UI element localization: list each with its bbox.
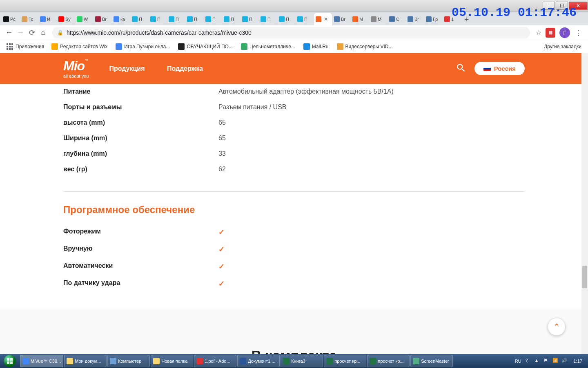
- browser-tab[interactable]: Br: [332, 13, 350, 25]
- browser-tab[interactable]: П: [149, 13, 167, 25]
- taskbar-app-icon: [240, 358, 246, 364]
- tab-label: Tc: [29, 17, 33, 22]
- search-icon[interactable]: [456, 63, 466, 75]
- taskbar-item[interactable]: 1.pdf - Ado...: [194, 355, 236, 367]
- svg-rect-8: [11, 48, 13, 50]
- browser-tab[interactable]: П: [167, 13, 185, 25]
- apps-button[interactable]: Приложения: [3, 42, 47, 52]
- browser-tab[interactable]: M: [369, 13, 387, 25]
- browser-tabs-bar: PcTcИSyWBrкaПППППППППП✕BrMMCBrГp1+: [0, 11, 588, 25]
- bookmark-item[interactable]: Редактор сайтов Wix: [48, 42, 111, 52]
- browser-tab[interactable]: П: [204, 13, 222, 25]
- tab-favicon: [426, 16, 432, 22]
- tab-favicon: [408, 16, 413, 22]
- browser-tab[interactable]: кa: [112, 13, 130, 25]
- tab-favicon: [205, 16, 211, 22]
- browser-tab[interactable]: П: [241, 13, 258, 25]
- scroll-to-top-button[interactable]: ⌃: [548, 318, 566, 336]
- tab-close-icon[interactable]: ✕: [324, 16, 328, 22]
- browser-tab[interactable]: П: [277, 13, 295, 25]
- software-label: Фоторежим: [63, 228, 218, 237]
- browser-tab[interactable]: W: [75, 13, 93, 25]
- bookmark-star-icon[interactable]: ☆: [533, 29, 544, 36]
- start-button[interactable]: [0, 354, 20, 368]
- browser-tab[interactable]: И: [38, 13, 56, 25]
- url-input[interactable]: 🔒 https://www.mio.com/ru/products/dash-c…: [52, 27, 530, 38]
- volume-icon[interactable]: 🔊: [561, 358, 568, 364]
- language-indicator[interactable]: RU: [513, 358, 523, 364]
- browser-tab[interactable]: Sy: [57, 13, 75, 25]
- bookmark-favicon: [51, 43, 58, 50]
- browser-tab[interactable]: C: [388, 13, 405, 25]
- taskbar-item[interactable]: просчет кр...: [324, 355, 366, 367]
- taskbar-item-label: Новая папка: [161, 359, 187, 364]
- browser-tab[interactable]: П: [259, 13, 277, 25]
- browser-tab[interactable]: П: [130, 13, 148, 25]
- spec-value: 65: [218, 119, 226, 126]
- window-close-button[interactable]: ✕: [569, 2, 588, 10]
- taskbar-item[interactable]: Мои докум...: [64, 355, 107, 367]
- window-titlebar: — ☐ ✕: [0, 0, 588, 11]
- software-label: По датчику удара: [63, 279, 218, 288]
- profile-avatar[interactable]: Г: [559, 27, 570, 38]
- bookmark-label: Видеосерверы VID...: [345, 44, 393, 49]
- bookmark-item[interactable]: ОБУЧАЮЩИЙ ПО...: [175, 42, 236, 52]
- spec-value: Разъем питания / USB: [218, 103, 287, 111]
- taskbar-item[interactable]: Документ1 ...: [237, 355, 280, 367]
- reload-button[interactable]: ⟳: [26, 27, 38, 38]
- tab-favicon: [444, 16, 450, 22]
- tray-icon[interactable]: ▲: [535, 358, 541, 364]
- scrollbar-track[interactable]: [581, 53, 588, 354]
- bookmark-label: Редактор сайтов Wix: [60, 44, 107, 49]
- bookmark-item[interactable]: Mail.Ru: [300, 42, 332, 52]
- browser-tab[interactable]: Tc: [20, 13, 38, 25]
- browser-tab[interactable]: Br: [94, 13, 111, 25]
- nav-products[interactable]: Продукция: [109, 65, 145, 72]
- window-maximize-button[interactable]: ☐: [556, 2, 568, 10]
- tab-label: П: [231, 17, 234, 22]
- bookmark-item[interactable]: Цельнометалличе...: [238, 42, 298, 52]
- help-icon[interactable]: ?: [526, 358, 532, 364]
- divider: [63, 191, 525, 192]
- browser-tab[interactable]: 1: [443, 13, 461, 25]
- browser-tab[interactable]: Br: [406, 13, 424, 25]
- other-bookmarks[interactable]: Другие закладки: [541, 42, 585, 51]
- browser-tab[interactable]: П: [222, 13, 240, 25]
- mio-logo[interactable]: Mio™ all about you: [63, 58, 89, 79]
- chrome-menu-button[interactable]: ⋮: [572, 28, 585, 37]
- flag-icon[interactable]: ⚑: [543, 358, 550, 364]
- forward-button[interactable]: →: [15, 27, 26, 38]
- bookmark-item[interactable]: Игра Пузыри онла...: [112, 42, 173, 52]
- network-icon[interactable]: 📶: [552, 358, 559, 364]
- home-button[interactable]: ⌂: [38, 27, 49, 38]
- taskbar-item[interactable]: MiVue™ C30...: [20, 355, 63, 367]
- scrollbar-thumb[interactable]: [582, 266, 587, 288]
- spec-row: ПитаниеАвтомобильный адаптер (эффективна…: [63, 84, 525, 99]
- browser-tab[interactable]: M: [351, 13, 369, 25]
- back-button[interactable]: ←: [3, 27, 15, 38]
- spec-label: высота (mm): [63, 119, 218, 126]
- taskbar-clock[interactable]: 1:17: [570, 359, 586, 364]
- software-row: По датчику удара✓: [63, 275, 525, 292]
- browser-tab[interactable]: Гp: [424, 13, 442, 25]
- window-minimize-button[interactable]: —: [543, 2, 555, 10]
- taskbar-item[interactable]: Книга3: [281, 355, 323, 367]
- browser-tab[interactable]: ✕: [314, 13, 332, 25]
- browser-tab[interactable]: П: [185, 13, 203, 25]
- lock-icon: 🔒: [57, 30, 63, 36]
- browser-tab[interactable]: П: [296, 13, 314, 25]
- extension-icon[interactable]: ▦: [546, 28, 555, 38]
- country-selector[interactable]: Россия: [474, 62, 525, 75]
- taskbar-item[interactable]: Новая папка: [151, 355, 193, 367]
- tab-label: П: [157, 17, 160, 22]
- bookmark-item[interactable]: Видеосерверы VID...: [334, 42, 396, 52]
- nav-support[interactable]: Поддержка: [167, 65, 203, 72]
- taskbar-item[interactable]: просчет кр...: [367, 355, 410, 367]
- taskbar-item[interactable]: Компьютер: [107, 355, 150, 367]
- taskbar-item-label: 1.pdf - Ado...: [205, 359, 230, 364]
- bookmarks-bar: Приложения Редактор сайтов WixИгра Пузыр…: [0, 40, 588, 53]
- new-tab-button[interactable]: +: [461, 14, 472, 25]
- taskbar-item[interactable]: ScreenMaster: [410, 355, 453, 367]
- tab-label: W: [84, 17, 88, 22]
- browser-tab[interactable]: Pc: [2, 13, 20, 25]
